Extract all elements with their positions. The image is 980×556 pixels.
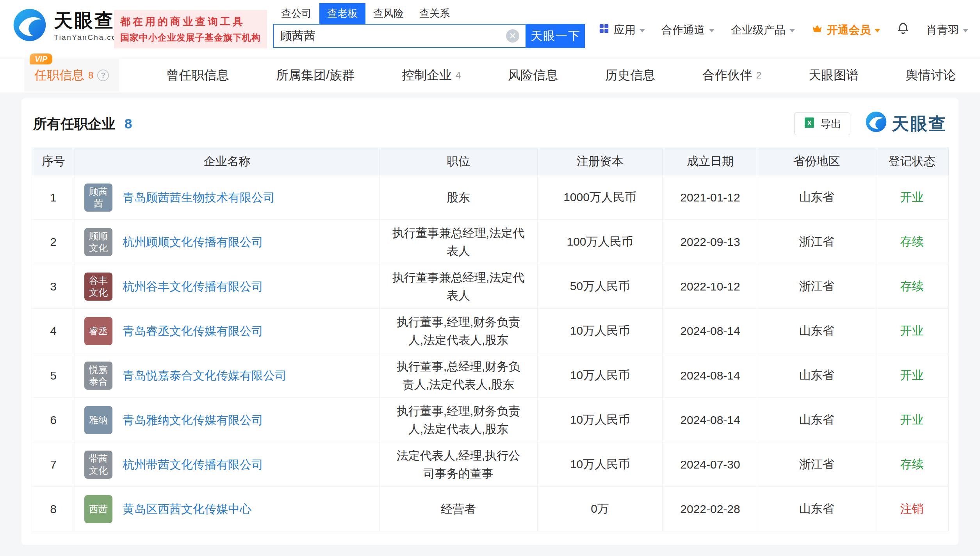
capital-cell: 1000万人民币: [538, 175, 663, 220]
tab-employment-count: 8: [88, 70, 93, 81]
chevron-down-icon: [963, 29, 968, 32]
brand-text: 天眼查 TianYanCha.com: [54, 10, 124, 42]
section-tab-bar: VIP 任职信息 8 ? 曾任职信息 所属集团/族群 控制企业 4 风险信息 历…: [0, 59, 980, 92]
nav-enterprise-products[interactable]: 企业级产品: [731, 23, 795, 37]
table-row: 6 雅纳 青岛雅纳文化传媒有限公司 执行董事,经理,财务负责人,法定代表人,股东…: [32, 398, 949, 442]
table-row: 4 睿丞 青岛睿丞文化传媒有限公司 执行董事,经理,财务负责人,法定代表人,股东…: [32, 309, 949, 353]
date-cell: 2024-07-30: [663, 442, 758, 487]
clear-icon[interactable]: ✕: [506, 29, 519, 43]
brand-logo[interactable]: 天眼查 TianYanCha.com: [12, 8, 124, 44]
date-cell: 2021-01-12: [663, 175, 758, 220]
company-link[interactable]: 杭州带茜文化传播有限公司: [123, 457, 263, 472]
export-button[interactable]: X 导出: [794, 112, 850, 135]
col-date: 成立日期: [663, 148, 758, 175]
page: 天眼查 TianYanCha.com 都在用的商业查询工具 国家中小企业发展子基…: [0, 0, 980, 545]
watermark-text: 天眼查: [892, 112, 947, 135]
col-company: 企业名称: [75, 148, 380, 175]
table-header-row: 序号 企业名称 职位 注册资本 成立日期 省份地区 登记状态: [32, 148, 949, 175]
status-cell: 注销: [875, 487, 949, 531]
tab-public-opinion[interactable]: 舆情讨论: [906, 59, 956, 92]
position-cell: 股东: [380, 175, 538, 220]
province-cell: 浙江省: [758, 442, 875, 487]
company-link[interactable]: 黄岛区西茜文化传媒中心: [123, 501, 251, 517]
positions-table: 序号 企业名称 职位 注册资本 成立日期 省份地区 登记状态 1 顾茜茜 青岛顾…: [32, 148, 949, 531]
capital-cell: 50万人民币: [538, 264, 663, 309]
tianyancha-logo-icon: [865, 111, 887, 137]
chevron-down-icon: [875, 29, 880, 32]
col-province: 省份地区: [758, 148, 875, 175]
company-link[interactable]: 杭州顾顺文化传播有限公司: [123, 234, 263, 250]
section-title-text: 所有任职企业: [33, 116, 115, 131]
user-menu[interactable]: 肖青羽: [926, 23, 968, 37]
top-nav: 应用 合作通道 企业级产品 开通会员: [598, 22, 968, 38]
company-logo: 带茜文化: [84, 451, 112, 479]
position-cell: 执行董事,总经理,财务负责人,法定代表人,股东: [380, 353, 538, 398]
col-position: 职位: [380, 148, 538, 175]
search-tab-company[interactable]: 查公司: [273, 3, 319, 24]
top-header: 天眼查 TianYanCha.com 都在用的商业查询工具 国家中小企业发展子基…: [0, 0, 980, 59]
nav-enterprise-label: 企业级产品: [731, 23, 786, 37]
nav-cooperation-label: 合作通道: [661, 23, 705, 37]
status-cell: 存续: [875, 264, 949, 309]
province-cell: 山东省: [758, 309, 875, 353]
status-cell: 开业: [875, 353, 949, 398]
search-input[interactable]: [280, 29, 506, 43]
tab-label: 合作伙伴: [702, 67, 752, 84]
excel-icon: X: [803, 116, 816, 132]
company-link[interactable]: 青岛顾茜茜生物技术有限公司: [123, 190, 275, 205]
tab-label: 所属集团/族群: [276, 67, 355, 84]
date-cell: 2022-02-28: [663, 487, 758, 531]
promo-line-2: 国家中小企业发展子基金旗下机构: [120, 32, 261, 44]
tab-partners[interactable]: 合作伙伴 2: [702, 59, 761, 92]
row-index: 3: [32, 264, 75, 309]
position-cell: 执行董事兼总经理,法定代表人: [380, 220, 538, 264]
tab-group-cluster[interactable]: 所属集团/族群: [276, 59, 355, 92]
company-link[interactable]: 青岛悦嘉泰合文化传媒有限公司: [123, 368, 287, 383]
company-link[interactable]: 青岛雅纳文化传媒有限公司: [123, 412, 263, 428]
nav-apps[interactable]: 应用: [598, 23, 645, 37]
company-logo: 顾顺文化: [84, 228, 112, 256]
position-cell: 执行董事,经理,财务负责人,法定代表人,股东: [380, 398, 538, 442]
section-title: 所有任职企业 8: [33, 115, 132, 133]
province-cell: 山东省: [758, 487, 875, 531]
card-header-right: X 导出 天眼查: [794, 111, 947, 137]
col-status: 登记状态: [875, 148, 949, 175]
province-cell: 浙江省: [758, 264, 875, 309]
chevron-down-icon: [640, 29, 645, 32]
nav-cooperation[interactable]: 合作通道: [661, 23, 715, 37]
position-cell: 经营者: [380, 487, 538, 531]
tab-label: 舆情讨论: [906, 67, 956, 84]
notifications[interactable]: [896, 22, 910, 38]
company-link[interactable]: 青岛睿丞文化传媒有限公司: [123, 323, 263, 339]
company-logo: 谷丰文化: [84, 273, 112, 301]
tab-controlled-companies[interactable]: 控制企业 4: [402, 59, 461, 92]
watermark-logo: 天眼查: [865, 111, 947, 137]
date-cell: 2022-09-13: [663, 220, 758, 264]
province-cell: 山东省: [758, 175, 875, 220]
tab-employment[interactable]: VIP 任职信息 8 ?: [24, 59, 119, 92]
tab-history-info[interactable]: 历史信息: [605, 59, 655, 92]
row-index: 1: [32, 175, 75, 220]
search-button[interactable]: 天眼一下: [526, 24, 585, 48]
search-tab-boss[interactable]: 查老板: [319, 3, 365, 24]
promo-banner: 都在用的商业查询工具 国家中小企业发展子基金旗下机构: [114, 10, 267, 48]
bell-icon: [896, 22, 910, 38]
row-index: 7: [32, 442, 75, 487]
row-index: 5: [32, 353, 75, 398]
section-count: 8: [125, 116, 132, 131]
search-area: 查公司 查老板 查风险 查关系 ✕ 天眼一下: [273, 3, 585, 48]
table-row: 5 悦嘉泰合 青岛悦嘉泰合文化传媒有限公司 执行董事,总经理,财务负责人,法定代…: [32, 353, 949, 398]
chevron-down-icon: [789, 29, 795, 32]
tab-risk-info[interactable]: 风险信息: [508, 59, 558, 92]
tab-former-employment[interactable]: 曾任职信息: [166, 59, 229, 92]
tab-count: 2: [756, 70, 761, 81]
search-tab-relation[interactable]: 查关系: [412, 3, 458, 24]
company-link[interactable]: 杭州谷丰文化传播有限公司: [123, 279, 263, 294]
search-tab-risk[interactable]: 查风险: [365, 3, 412, 24]
row-index: 6: [32, 398, 75, 442]
tab-graph[interactable]: 天眼图谱: [809, 59, 859, 92]
nav-open-vip[interactable]: 开通会员: [811, 23, 880, 37]
chevron-down-icon: [709, 29, 715, 32]
help-icon[interactable]: ?: [97, 70, 109, 81]
content-card: 所有任职企业 8 X 导出: [21, 98, 959, 545]
